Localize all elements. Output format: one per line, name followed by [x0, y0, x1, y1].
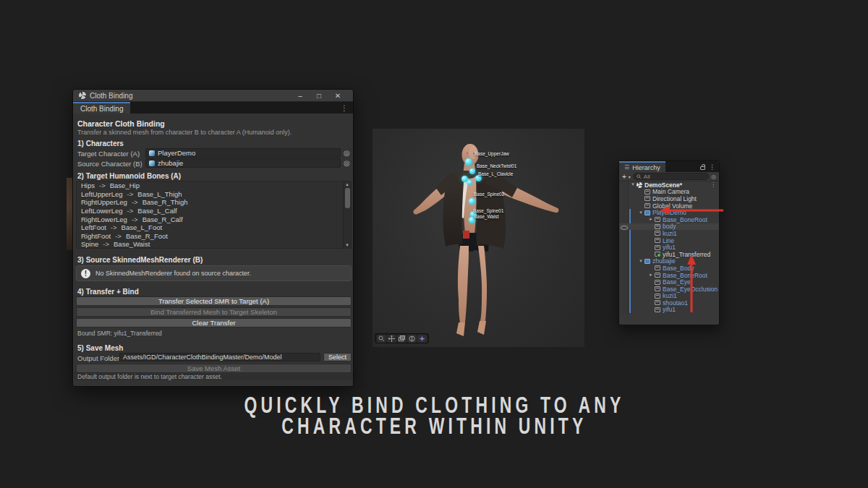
bone-mapping-row[interactable]: LeftUpperLeg -> Base_L_Thigh — [77, 190, 351, 199]
rotate-icon[interactable] — [407, 335, 417, 343]
window-content: Character Cloth Binding Transfer a skinn… — [73, 114, 353, 386]
lock-icon[interactable] — [700, 166, 705, 170]
hierarchy-item[interactable]: Base_EyeOcclusion — [619, 286, 719, 293]
hierarchy-item[interactable]: Global Volume — [619, 202, 719, 210]
gameobject-icon — [655, 300, 660, 305]
bone-mapping-row[interactable]: LeftLowerLeg -> Base_L_Calf — [77, 207, 351, 215]
section-transfer: 4) Transfer + Bind — [77, 288, 139, 296]
hierarchy-item[interactable]: Base_BoneRoot — [619, 272, 719, 279]
bone-gizmo[interactable] — [469, 168, 475, 174]
warning-icon: ! — [81, 269, 90, 278]
hierarchy-item-label: shoutao1 — [663, 299, 688, 307]
bone-gizmo[interactable] — [465, 158, 472, 166]
bone-from: LeftUpperLeg — [81, 190, 123, 198]
create-button[interactable]: + — [622, 173, 626, 181]
hierarchy-item[interactable]: kuzi1 — [619, 293, 719, 300]
bone-arrow: -> — [132, 198, 138, 206]
bone-arrow: -> — [99, 181, 106, 189]
camera-icon[interactable] — [397, 335, 407, 343]
gameobject-icon — [655, 217, 660, 222]
magnifier-icon[interactable] — [377, 335, 386, 343]
maximize-icon[interactable]: □ — [310, 90, 328, 102]
hierarchy-item[interactable]: zhubajie — [619, 258, 719, 265]
bone-mapping-row[interactable]: LeftFoot -> Base_L_Foot — [77, 223, 351, 232]
caption-line-1: QUICKLY BIND CLOTHING TO ANY — [244, 395, 624, 416]
bone-to: Base_L_Calf — [137, 207, 176, 215]
scroll-thumb[interactable] — [345, 188, 350, 208]
window-titlebar[interactable]: Cloth Binding – □ ✕ — [73, 90, 353, 102]
bone-to: Base_Hip — [110, 181, 140, 189]
tab-hierarchy[interactable]: ☰ Hierarchy — [619, 161, 665, 172]
hierarchy-item[interactable]: Directional Light — [619, 195, 719, 202]
hierarchy-item[interactable]: Line — [619, 237, 719, 244]
hierarchy-item[interactable]: yifu1_Transferred — [619, 251, 719, 258]
minimize-icon[interactable]: – — [291, 90, 310, 102]
prefab-icon — [149, 150, 155, 156]
effects-icon[interactable] — [417, 335, 427, 343]
hierarchy-item[interactable]: PlayerDemo — [619, 209, 719, 216]
bone-mapping-row[interactable]: RightFoot -> Base_R_Foot — [77, 232, 351, 241]
hierarchy-item-label: body — [663, 223, 676, 230]
bone-mapping-row[interactable]: RightUpperLeg -> Base_R_Thigh — [77, 198, 351, 207]
warning-text: No SkinnedMeshRenderer found on source c… — [95, 270, 251, 277]
move-icon[interactable] — [387, 335, 396, 343]
bone-gizmo[interactable] — [467, 180, 472, 185]
bones-scrollbar[interactable]: ▲ ▼ — [343, 181, 351, 248]
create-dropdown-icon[interactable]: ▾ — [629, 174, 631, 179]
hierarchy-search-input[interactable]: All — [633, 173, 709, 180]
output-folder-field[interactable]: Assets/IGD/CharacterClothBindingMaster/D… — [119, 353, 320, 361]
hierarchy-item-label: Line — [663, 237, 674, 244]
gameobject-icon — [644, 189, 650, 194]
gameobject-icon — [655, 252, 660, 257]
hierarchy-item[interactable]: yifu1 — [619, 244, 719, 251]
bone-gizmo[interactable] — [469, 198, 475, 205]
hierarchy-item[interactable]: shoutao1 — [619, 299, 719, 307]
hierarchy-item-label: Main Camera — [652, 188, 689, 195]
hierarchy-item[interactable]: Main Camera — [619, 189, 719, 196]
bone-mapping-row[interactable]: RightLowerLeg -> Base_R_Calf — [77, 215, 351, 223]
expand-arrow-icon[interactable] — [649, 272, 655, 278]
bone-arrow: -> — [127, 190, 134, 198]
close-icon[interactable]: ✕ — [328, 90, 347, 102]
gameobject-icon — [655, 294, 660, 299]
bind-mesh-button[interactable]: Bind Transferred Mesh to Target Skeleton — [76, 307, 352, 317]
tab-menu-icon[interactable]: ⋮ — [336, 104, 353, 112]
hierarchy-item[interactable]: Base_Eye — [619, 278, 719, 286]
bone-mapping-row[interactable]: Hips -> Base_Hip — [77, 181, 351, 190]
gameobject-icon — [644, 210, 650, 215]
gameobject-icon — [644, 203, 650, 208]
tab-cloth-binding[interactable]: Cloth Binding — [73, 102, 130, 114]
scene-viewport[interactable]: Base_UpperJaw Base_NeckTwist01 Base_L_Cl… — [373, 129, 584, 347]
gameobject-icon — [655, 307, 660, 312]
scroll-up-icon[interactable]: ▲ — [344, 182, 351, 187]
expand-arrow-icon[interactable] — [639, 210, 644, 216]
select-folder-button[interactable]: Select — [323, 353, 352, 361]
bone-mapping-row[interactable]: Spine -> Base_Waist — [77, 240, 351, 249]
expand-arrow-icon[interactable] — [639, 258, 644, 265]
scroll-down-icon[interactable]: ▼ — [344, 243, 351, 247]
hierarchy-item-label: Base_Body — [663, 265, 694, 272]
object-picker-icon[interactable]: ◎ — [344, 148, 350, 158]
hierarchy-item[interactable]: kuzi1 — [619, 230, 719, 237]
source-character-value: zhubajie — [158, 159, 183, 167]
transfer-smr-button[interactable]: Transfer Selected SMR to Target (A) — [76, 296, 352, 306]
target-character-field[interactable]: PlayerDemo — [145, 148, 341, 158]
panel-menu-icon[interactable]: ⋮ — [709, 163, 715, 171]
hierarchy-item[interactable]: DemoScene* — [619, 181, 719, 189]
object-picker-icon[interactable]: ◎ — [344, 158, 350, 168]
hierarchy-item[interactable]: Base_Body — [619, 265, 719, 272]
hierarchy-item[interactable]: body — [619, 223, 719, 231]
bone-from: RightLowerLeg — [81, 215, 127, 223]
expand-arrow-icon[interactable] — [649, 216, 655, 223]
search-by-type-icon[interactable]: ◎ — [711, 174, 716, 180]
section-bones: 2) Target Humanoid Bones (A) — [77, 172, 181, 180]
bone-label: Base_Spine01 — [473, 208, 503, 213]
expand-arrow-icon[interactable] — [631, 181, 637, 188]
hierarchy-item[interactable]: yifu1 — [619, 307, 719, 314]
bone-from: LeftFoot — [81, 223, 106, 231]
bone-label: Base_UpperJaw — [475, 151, 509, 156]
bone-to: Base_R_Thigh — [142, 198, 188, 206]
clear-transfer-button[interactable]: Clear Transfer — [76, 318, 352, 328]
source-character-field[interactable]: zhubajie — [145, 158, 341, 168]
hierarchy-item[interactable]: Base_BoneRoot — [619, 216, 719, 223]
